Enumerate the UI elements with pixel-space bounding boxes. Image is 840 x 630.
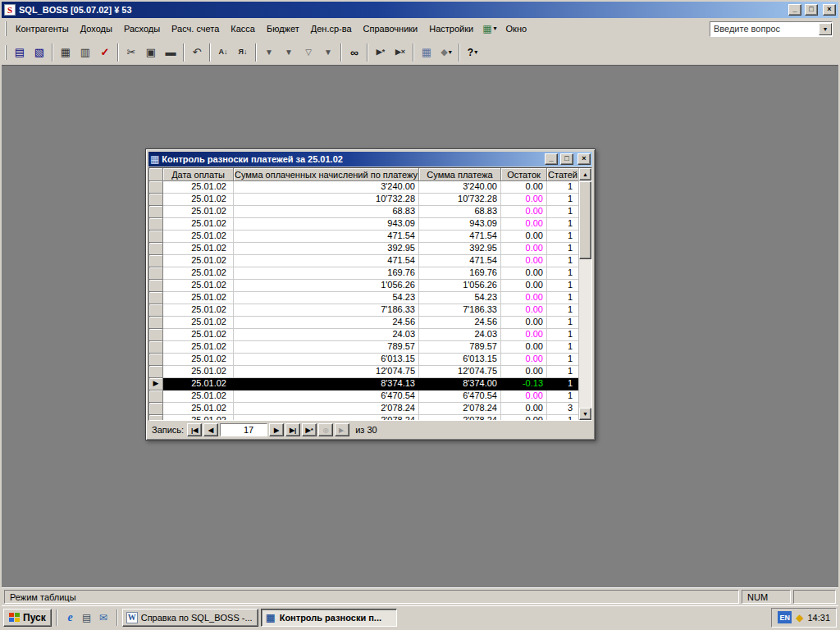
- row-selector[interactable]: [149, 329, 163, 341]
- delete-record-icon[interactable]: ▶×: [390, 43, 410, 62]
- row-selector[interactable]: [149, 292, 163, 304]
- row-selector[interactable]: [149, 341, 163, 354]
- cell-accrued[interactable]: 169.76: [234, 267, 419, 280]
- table-row[interactable]: 25.01.0210'732.2810'732.280.001: [149, 194, 591, 206]
- cell-balance[interactable]: 0.00: [501, 231, 547, 243]
- table-row[interactable]: 25.01.0224.5624.560.001: [149, 317, 591, 329]
- export-icon[interactable]: ▧: [30, 43, 49, 62]
- cell-accrued[interactable]: 6'013.15: [234, 354, 419, 366]
- table-row[interactable]: 25.01.0254.2354.230.001: [149, 292, 591, 304]
- find-icon[interactable]: ∞: [345, 43, 364, 62]
- child-minimize-button[interactable]: _: [545, 153, 558, 165]
- cell-payment[interactable]: 2'078.24: [419, 415, 501, 421]
- cell-payment[interactable]: 6'013.15: [419, 354, 501, 366]
- row-selector[interactable]: [149, 317, 163, 329]
- cell-articles[interactable]: 1: [547, 255, 579, 267]
- cell-payment[interactable]: 789.57: [419, 341, 501, 354]
- next-record-button[interactable]: ▶: [269, 423, 284, 436]
- filter-by-selection-icon[interactable]: ▼: [259, 43, 279, 62]
- row-selector[interactable]: [149, 255, 163, 267]
- cell-balance[interactable]: 0.00: [501, 317, 547, 329]
- cell-date[interactable]: 25.01.02: [163, 243, 234, 255]
- row-selector[interactable]: [149, 194, 163, 206]
- outlook-express-icon[interactable]: ✉: [96, 610, 111, 625]
- cell-balance[interactable]: 0.00: [501, 329, 547, 341]
- cell-date[interactable]: 25.01.02: [163, 415, 234, 421]
- cell-balance[interactable]: 0.00: [501, 181, 547, 194]
- save-icon[interactable]: ▤: [10, 43, 30, 62]
- cell-payment[interactable]: 392.95: [419, 243, 501, 255]
- previous-record-button[interactable]: ◀: [203, 423, 218, 436]
- cell-articles[interactable]: 1: [547, 206, 579, 218]
- cell-accrued[interactable]: 24.03: [234, 329, 419, 341]
- show-desktop-icon[interactable]: ▤: [80, 610, 94, 625]
- sort-ascending-icon[interactable]: А↓: [213, 43, 233, 62]
- new-object-icon[interactable]: ◆▾: [436, 43, 456, 62]
- menu-item-dokhody[interactable]: Доходы: [75, 21, 118, 36]
- child-maximize-button[interactable]: □: [560, 153, 573, 165]
- row-selector[interactable]: [149, 304, 163, 317]
- question-box-text[interactable]: Введите вопрос: [710, 24, 819, 34]
- cell-accrued[interactable]: 471.54: [234, 231, 419, 243]
- cell-balance[interactable]: 0.00: [501, 243, 547, 255]
- menu-item-kontragenty[interactable]: Контрагенты: [10, 21, 75, 36]
- cell-articles[interactable]: 1: [547, 267, 579, 280]
- start-button[interactable]: Пуск: [3, 609, 52, 627]
- cell-articles[interactable]: 1: [547, 181, 579, 194]
- cell-balance[interactable]: -0.13: [501, 378, 547, 390]
- first-record-button[interactable]: |◀: [187, 423, 202, 436]
- cell-payment[interactable]: 12'074.75: [419, 366, 501, 378]
- column-header-articles[interactable]: Статей: [547, 168, 579, 181]
- table-row[interactable]: 25.01.02392.95392.950.001: [149, 243, 591, 255]
- language-indicator[interactable]: EN: [778, 611, 792, 623]
- menu-item-okno[interactable]: Окно: [500, 21, 533, 36]
- cell-payment[interactable]: 2'078.24: [419, 403, 501, 415]
- print-preview-icon[interactable]: ▥: [75, 43, 95, 62]
- cell-date[interactable]: 25.01.02: [163, 194, 234, 206]
- cell-date[interactable]: 25.01.02: [163, 280, 234, 292]
- cell-payment[interactable]: 1'056.26: [419, 280, 501, 292]
- scrollbar-thumb[interactable]: [579, 181, 591, 259]
- cell-balance[interactable]: 0.00: [501, 194, 547, 206]
- title-bar[interactable]: S SQL_BOSS [05.07.02] ¥ 53 _ □ ×: [2, 2, 838, 18]
- table-row[interactable]: 25.01.023'240.003'240.000.001: [149, 181, 591, 194]
- cell-articles[interactable]: 3: [547, 403, 579, 415]
- cell-balance[interactable]: 0.00: [501, 390, 547, 403]
- cell-accrued[interactable]: 2'078.24: [234, 403, 419, 415]
- cell-balance[interactable]: 0.00: [501, 292, 547, 304]
- cell-articles[interactable]: 1: [547, 317, 579, 329]
- column-header-accrued[interactable]: Сумма оплаченных начислений по платежу: [234, 168, 419, 181]
- undo-icon[interactable]: ↶: [187, 43, 207, 62]
- new-record-button[interactable]: ▶*: [302, 423, 317, 436]
- cell-accrued[interactable]: 7'186.33: [234, 304, 419, 317]
- row-selector[interactable]: [149, 403, 163, 415]
- cut-icon[interactable]: ✂: [121, 43, 141, 62]
- cell-balance[interactable]: 0.00: [501, 267, 547, 280]
- table-row[interactable]: 25.01.026'013.156'013.150.001: [149, 354, 591, 366]
- menu-item-rasch-scheta[interactable]: Расч. счета: [166, 21, 225, 36]
- table-row[interactable]: 25.01.0224.0324.030.001: [149, 329, 591, 341]
- table-row[interactable]: 25.01.02789.57789.570.001: [149, 341, 591, 354]
- copy-icon[interactable]: ▣: [141, 43, 161, 62]
- cell-date[interactable]: 25.01.02: [163, 292, 234, 304]
- cell-date[interactable]: 25.01.02: [163, 218, 234, 231]
- scroll-down-icon[interactable]: ▼: [579, 408, 591, 420]
- current-record-arrow-icon[interactable]: ▶: [149, 378, 163, 390]
- scroll-up-icon[interactable]: ▲: [579, 168, 591, 180]
- cell-accrued[interactable]: 471.54: [234, 255, 419, 267]
- cell-articles[interactable]: 1: [547, 292, 579, 304]
- print-icon[interactable]: ▦: [56, 43, 75, 62]
- cell-date[interactable]: 25.01.02: [163, 378, 234, 390]
- child-title-bar[interactable]: ▦ Контроль разноски платежей за 25.01.02…: [148, 152, 592, 167]
- cell-articles[interactable]: 1: [547, 378, 579, 390]
- table-row[interactable]: ▶25.01.028'374.138'374.00-0.131: [149, 378, 591, 390]
- table-row[interactable]: 25.01.02471.54471.540.001: [149, 231, 591, 243]
- table-row[interactable]: 25.01.022'078.242'078.240.003: [149, 403, 591, 415]
- restore-button[interactable]: □: [805, 4, 818, 16]
- table-row[interactable]: 25.01.027'186.337'186.330.001: [149, 304, 591, 317]
- menu-item-nastroyki[interactable]: Настройки: [423, 21, 479, 36]
- cell-articles[interactable]: 1: [547, 329, 579, 341]
- new-record-icon[interactable]: ▶*: [371, 43, 390, 62]
- row-selector[interactable]: [149, 243, 163, 255]
- cell-payment[interactable]: 54.23: [419, 292, 501, 304]
